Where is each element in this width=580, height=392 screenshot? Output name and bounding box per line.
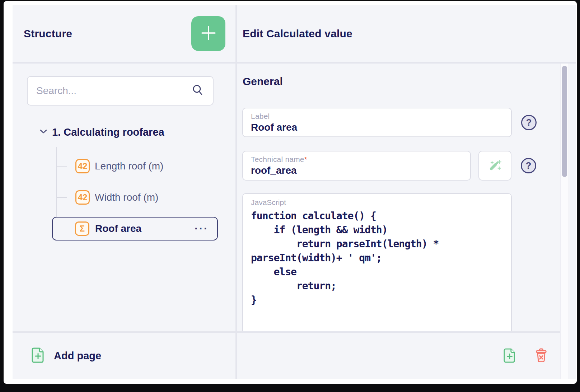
item-options-menu-icon[interactable]: ··· [195, 223, 217, 234]
search-input[interactable] [36, 85, 191, 97]
label-input[interactable] [251, 122, 503, 133]
generate-name-button[interactable] [478, 151, 511, 181]
chevron-down-icon[interactable] [39, 129, 47, 135]
tree-item-label: Roof area [95, 223, 141, 234]
tree-item-label: Length roof (m) [95, 160, 163, 172]
label-field-row: Label ? [237, 108, 560, 137]
scrollbar-thumb[interactable] [562, 66, 567, 177]
tree-item-roof-area-selected[interactable]: Σ Roof area ··· [52, 217, 218, 241]
form-builder: Structure [13, 5, 576, 379]
magic-wand-icon [487, 157, 503, 174]
add-element-button[interactable] [191, 16, 225, 51]
tree-item-width-roof[interactable]: 42 Width roof (m) [13, 182, 228, 213]
sigma-calculated-value-icon: Σ [75, 221, 89, 236]
add-page-document-icon [32, 347, 45, 364]
app-window: Structure [4, 1, 577, 384]
editor-footer [237, 333, 560, 379]
technical-name-row: Technical name* [237, 151, 560, 181]
help-icon[interactable]: ? [521, 158, 536, 173]
number-field-icon: 42 [75, 159, 90, 173]
code-content[interactable]: function calculate() { if (length && wid… [251, 209, 504, 307]
code-language-label: JavaScript [251, 198, 504, 207]
structure-title: Structure [24, 28, 72, 40]
technical-name-field: Technical name* [242, 151, 471, 181]
add-document-icon [504, 348, 516, 364]
technical-name-caption-text: Technical name [251, 155, 304, 163]
structure-panel: Structure [13, 5, 235, 379]
required-asterisk: * [304, 155, 307, 163]
number-field-icon: 42 [75, 190, 90, 205]
help-icon[interactable]: ? [521, 115, 537, 130]
tree-item-length-roof[interactable]: 42 Length roof (m) [13, 151, 228, 182]
editor-panel: Edit Calculated value General Label ? [237, 5, 576, 379]
delete-element-button[interactable] [534, 348, 548, 364]
javascript-code-editor[interactable]: JavaScript function calculate() { if (le… [242, 193, 512, 331]
tree-root-page[interactable]: 1. Calculating roofarea [39, 124, 164, 140]
section-title-general: General [243, 75, 560, 88]
technical-name-input[interactable] [251, 165, 462, 176]
label-field-caption: Label [251, 112, 503, 121]
editor-header: Edit Calculated value [237, 5, 576, 62]
add-page-label: Add page [54, 350, 101, 362]
question-mark-glyph: ? [526, 160, 532, 171]
label-field: Label [242, 108, 512, 137]
editor-scroll-area: General Label ? Technical [237, 64, 560, 379]
duplicate-element-button[interactable] [504, 348, 516, 364]
tree-root-label: 1. Calculating roofarea [52, 126, 164, 138]
trash-delete-icon [534, 348, 548, 364]
editor-title: Edit Calculated value [243, 28, 352, 40]
structure-header: Structure [13, 5, 235, 62]
search-icon[interactable] [191, 84, 204, 98]
technical-name-caption: Technical name* [251, 155, 462, 164]
scrollbar-track[interactable] [560, 64, 569, 379]
structure-body: 1. Calculating roofarea 42 Length roof (… [13, 64, 235, 331]
search-box [27, 76, 214, 106]
plus-icon [199, 24, 218, 43]
tree-item-label: Width roof (m) [95, 192, 158, 203]
add-page-button[interactable]: Add page [13, 333, 235, 379]
question-mark-glyph: ? [526, 117, 532, 128]
